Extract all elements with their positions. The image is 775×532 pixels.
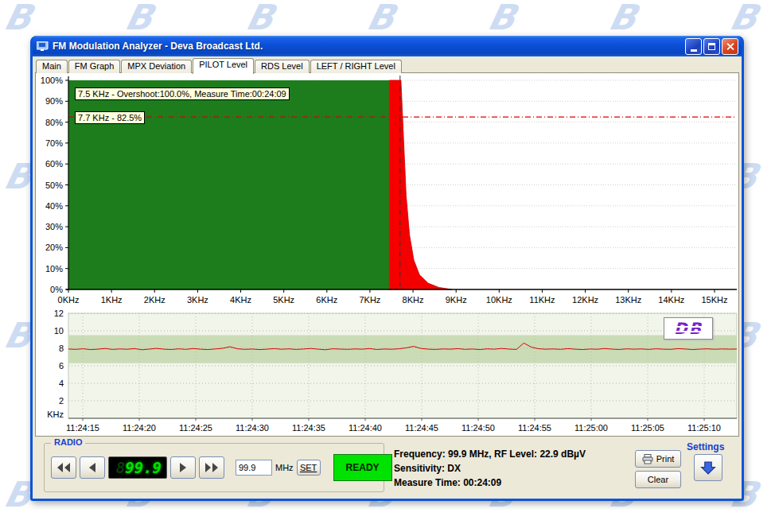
svg-text:8: 8 xyxy=(59,344,64,353)
svg-text:14KHz: 14KHz xyxy=(658,295,684,305)
tab-left-right-level[interactable]: LEFT / RIGHT Level xyxy=(310,60,402,73)
svg-text:11:24:40: 11:24:40 xyxy=(349,423,382,433)
left-arrow-icon xyxy=(87,463,98,472)
svg-text:11:24:50: 11:24:50 xyxy=(461,423,495,433)
app-window: FM Modulation Analyzer - Deva Broadcast … xyxy=(30,36,744,501)
watermark-logo: B xyxy=(243,0,277,35)
frequency-lcd: 899.9 xyxy=(108,456,167,479)
svg-text:11:24:45: 11:24:45 xyxy=(405,423,438,433)
watermark-logo: B xyxy=(606,0,640,35)
set-button[interactable]: SET xyxy=(297,460,321,476)
svg-text:100%: 100% xyxy=(41,76,63,85)
sensitivity-status-line: Sensitivity: DX xyxy=(394,461,586,476)
seek-down-button[interactable] xyxy=(51,456,76,479)
deva-db-logo: DB xyxy=(664,317,713,340)
maximize-button[interactable] xyxy=(703,38,720,55)
svg-text:5KHz: 5KHz xyxy=(273,295,294,305)
tab-main[interactable]: Main xyxy=(36,60,68,73)
svg-text:0KHz: 0KHz xyxy=(58,295,80,305)
double-left-arrow-icon xyxy=(56,463,71,472)
tab-rds-level[interactable]: RDS Level xyxy=(255,60,310,73)
watermark-logo: B xyxy=(364,0,398,35)
svg-text:11:24:15: 11:24:15 xyxy=(66,423,99,433)
radio-groupbox: RADIO 899.9 MHz SET xyxy=(44,443,384,492)
clear-button[interactable]: Clear xyxy=(635,471,681,488)
svg-text:4: 4 xyxy=(59,379,64,388)
svg-text:6KHz: 6KHz xyxy=(316,295,337,305)
svg-text:11:24:25: 11:24:25 xyxy=(179,423,212,433)
overshoot-annotation: 7.5 KHz - Overshoot:100.0%, Measure Time… xyxy=(75,87,290,100)
svg-text:11:24:35: 11:24:35 xyxy=(292,423,325,433)
svg-text:10KHz: 10KHz xyxy=(486,295,512,305)
close-button[interactable] xyxy=(722,38,738,55)
printer-icon xyxy=(642,454,653,464)
svg-text:15KHz: 15KHz xyxy=(701,295,727,305)
svg-text:11:24:55: 11:24:55 xyxy=(518,423,551,433)
svg-text:12: 12 xyxy=(54,309,64,318)
svg-text:30%: 30% xyxy=(45,222,63,231)
svg-text:90%: 90% xyxy=(45,96,63,106)
svg-text:11:24:30: 11:24:30 xyxy=(236,423,269,433)
watermark-logo: B xyxy=(122,0,156,35)
svg-text:10%: 10% xyxy=(45,264,63,274)
tab-pilot-level[interactable]: PILOT Level xyxy=(193,58,254,74)
svg-text:11:25:05: 11:25:05 xyxy=(631,423,664,433)
svg-text:12KHz: 12KHz xyxy=(572,295,598,305)
svg-text:70%: 70% xyxy=(45,138,63,148)
svg-text:4KHz: 4KHz xyxy=(230,295,251,305)
maximize-icon xyxy=(708,43,715,50)
seek-up-button[interactable] xyxy=(199,456,224,479)
svg-text:1KHz: 1KHz xyxy=(101,295,123,305)
svg-text:20%: 20% xyxy=(45,243,63,252)
svg-text:13KHz: 13KHz xyxy=(615,295,641,305)
svg-text:80%: 80% xyxy=(45,118,63,127)
double-right-arrow-icon xyxy=(204,463,219,472)
step-down-button[interactable] xyxy=(80,456,105,479)
client-area: Main FM Graph MPX Deviation PILOT Level … xyxy=(33,56,742,499)
app-icon xyxy=(37,41,49,52)
svg-text:KHz: KHz xyxy=(47,410,64,419)
lcd-ghost-digit: 8 xyxy=(116,459,125,476)
settings-button[interactable] xyxy=(694,454,722,481)
step-up-button[interactable] xyxy=(170,456,196,479)
lcd-value: 99.9 xyxy=(125,459,162,476)
unit-label: MHz xyxy=(275,463,294,472)
svg-text:8KHz: 8KHz xyxy=(403,295,424,305)
svg-text:11KHz: 11KHz xyxy=(529,295,555,305)
window-title: FM Modulation Analyzer - Deva Broadcast … xyxy=(53,41,682,52)
svg-text:11:25:10: 11:25:10 xyxy=(687,423,721,433)
minimize-button[interactable] xyxy=(685,38,702,55)
marker-annotation: 7.7 KHz - 82.5% xyxy=(75,111,145,124)
svg-text:6: 6 xyxy=(59,361,64,371)
watermark-logo: B xyxy=(1,0,35,35)
minimize-icon xyxy=(691,49,697,52)
print-button[interactable]: Print xyxy=(635,450,681,468)
svg-text:11:25:00: 11:25:00 xyxy=(574,423,608,433)
pilot-charts-canvas: 100%90%80%70%60%50%40%30%20%10%0%0KHz1KH… xyxy=(36,73,738,436)
measure-time-status-line: Measure Time: 00:24:09 xyxy=(394,476,586,490)
titlebar: FM Modulation Analyzer - Deva Broadcast … xyxy=(33,36,742,56)
svg-text:50%: 50% xyxy=(45,181,63,190)
tab-fm-graph[interactable]: FM Graph xyxy=(68,60,121,73)
ready-indicator: READY xyxy=(333,454,392,481)
svg-text:2KHz: 2KHz xyxy=(144,295,166,305)
frequency-input[interactable] xyxy=(236,460,272,476)
settings-label: Settings xyxy=(687,441,724,452)
svg-text:11:24:20: 11:24:20 xyxy=(123,423,156,433)
frequency-status-line: Frequency: 99.9 MHz, RF Level: 22.9 dBµV xyxy=(394,447,586,461)
svg-text:2: 2 xyxy=(59,396,64,406)
svg-text:3KHz: 3KHz xyxy=(187,295,208,305)
svg-text:60%: 60% xyxy=(45,159,63,169)
svg-text:9KHz: 9KHz xyxy=(446,295,467,305)
svg-text:10: 10 xyxy=(54,326,64,336)
watermark-logo: B xyxy=(726,0,761,35)
svg-text:40%: 40% xyxy=(45,201,63,211)
radio-controls-row: 899.9 MHz SET READY xyxy=(51,454,392,481)
right-arrow-icon xyxy=(177,463,189,472)
window-controls xyxy=(685,38,738,55)
blue-down-arrow-icon xyxy=(700,461,716,475)
tab-mpx-deviation[interactable]: MPX Deviation xyxy=(121,60,192,73)
radio-group-label: RADIO xyxy=(51,437,85,447)
svg-text:0%: 0% xyxy=(50,285,63,294)
status-block: Frequency: 99.9 MHz, RF Level: 22.9 dBµV… xyxy=(394,447,586,490)
